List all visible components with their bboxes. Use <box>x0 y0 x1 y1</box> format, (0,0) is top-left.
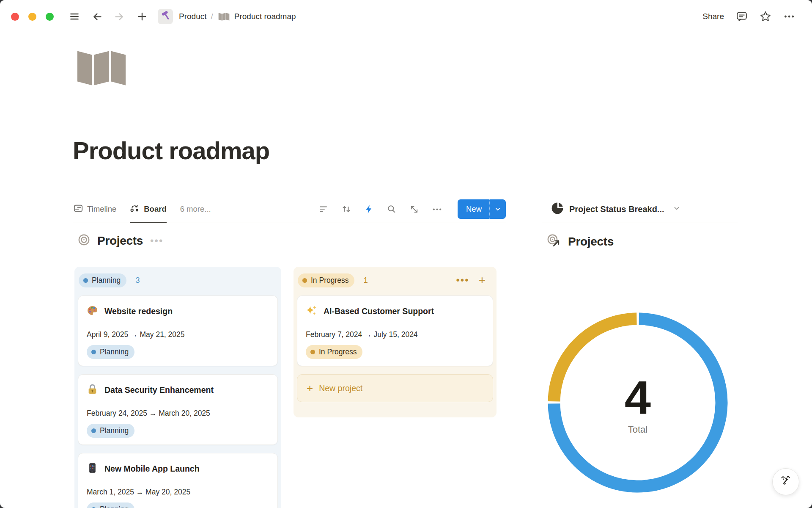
chevron-down-icon[interactable] <box>672 204 681 214</box>
comments-icon[interactable] <box>736 11 748 22</box>
sort-icon[interactable] <box>341 204 351 214</box>
palette-icon <box>87 305 98 318</box>
view-toolbar: New <box>318 195 506 223</box>
column-header: In Progress 1 ••• + <box>298 273 492 287</box>
notion-ai-button[interactable] <box>772 468 799 495</box>
plus-icon: + <box>307 384 313 392</box>
teamspace-badge[interactable] <box>158 9 173 24</box>
minimize-window-button[interactable] <box>28 13 36 21</box>
board-column-planning: Planning 3 Website redesign April 9, 202… <box>74 267 281 508</box>
card-title: New Mobile App Launch <box>104 464 200 474</box>
project-card-data-security[interactable]: Data Security Enhancement February 24, 2… <box>78 374 278 445</box>
linked-target-icon <box>547 234 561 249</box>
breadcrumb-page[interactable]: Product roadmap <box>234 12 296 21</box>
page-title: Product roadmap <box>73 136 269 165</box>
board-section-heading: Projects ••• <box>78 234 163 248</box>
card-status-pill: In Progress <box>306 345 362 359</box>
window-controls <box>11 13 54 21</box>
card-dates: February 24, 2025 → March 20, 2025 <box>87 409 269 418</box>
new-tab-plus-icon[interactable] <box>137 11 148 22</box>
view-options-more-icon[interactable] <box>432 204 442 215</box>
automation-bolt-icon[interactable] <box>364 204 374 214</box>
card-title: AI-Based Customer Support <box>324 306 434 316</box>
more-views-button[interactable]: 6 more... <box>180 204 211 214</box>
card-status-pill: Planning <box>87 424 134 438</box>
tab-board-label: Board <box>144 204 166 214</box>
card-title: Data Security Enhancement <box>104 385 214 395</box>
sparkles-icon <box>306 305 317 318</box>
viewbar-divider <box>73 223 506 223</box>
card-dates: March 1, 2025 → May 20, 2025 <box>87 488 269 497</box>
share-button[interactable]: Share <box>702 12 724 21</box>
card-dates: February 7, 2024 → July 15, 2024 <box>306 330 484 340</box>
status-pill-in-progress[interactable]: In Progress <box>298 273 354 287</box>
card-status-pill: Planning <box>87 345 134 359</box>
screen: Product / Product roadmap Share Product … <box>0 0 812 508</box>
forward-icon[interactable] <box>113 11 125 22</box>
column-add-icon[interactable]: + <box>479 276 486 284</box>
target-icon <box>78 234 90 248</box>
column-header: Planning 3 <box>79 273 277 287</box>
close-window-button[interactable] <box>11 13 19 21</box>
topbar: Product / Product roadmap Share <box>0 0 812 33</box>
sidebar-menu-icon[interactable] <box>69 11 80 22</box>
notion-window: Product / Product roadmap Share Product … <box>0 0 812 508</box>
project-status-donut-chart[interactable] <box>547 312 729 494</box>
view-bar: Timeline Board 6 more... <box>73 195 506 223</box>
status-dot <box>83 278 88 283</box>
search-icon[interactable] <box>387 204 397 214</box>
new-button-dropdown[interactable] <box>489 199 506 219</box>
column-count: 3 <box>135 276 140 285</box>
lock-icon <box>87 384 98 397</box>
new-project-button[interactable]: + New project <box>297 374 493 402</box>
mobile-phone-icon <box>87 462 98 475</box>
chart-section-heading: Projects <box>547 234 614 249</box>
project-card-ai-support[interactable]: AI-Based Customer Support February 7, 20… <box>297 295 493 366</box>
pie-chart-icon <box>551 202 564 216</box>
card-title: Website redesign <box>104 306 173 316</box>
column-count: 1 <box>363 276 368 285</box>
right-panel-header[interactable]: Project Status Breakd... <box>551 195 681 223</box>
more-icon[interactable] <box>783 11 795 22</box>
status-dot <box>302 278 307 283</box>
project-card-mobile-app[interactable]: New Mobile App Launch March 1, 2025 → Ma… <box>78 453 278 508</box>
page-icon-map[interactable] <box>76 49 127 89</box>
status-pill-planning[interactable]: Planning <box>79 273 126 287</box>
hammer-icon <box>160 11 170 22</box>
zoom-window-button[interactable] <box>46 13 54 21</box>
project-card-website-redesign[interactable]: Website redesign April 9, 2025 → May 21,… <box>78 295 278 366</box>
back-icon[interactable] <box>92 11 103 22</box>
right-panel-title: Project Status Breakd... <box>569 204 664 214</box>
card-dates: April 9, 2025 → May 21, 2025 <box>87 330 269 340</box>
board-section-title: Projects <box>97 234 143 248</box>
chart-section-title: Projects <box>568 235 614 248</box>
expand-icon[interactable] <box>409 204 419 214</box>
column-more-icon[interactable]: ••• <box>456 274 469 286</box>
breadcrumb-separator: / <box>211 12 213 21</box>
board-icon <box>130 203 140 215</box>
timeline-icon <box>73 203 83 215</box>
breadcrumb-teamspace[interactable]: Product <box>179 12 206 21</box>
tab-board[interactable]: Board <box>130 195 166 223</box>
filter-icon[interactable] <box>318 204 329 214</box>
chevron-down-icon <box>494 205 502 213</box>
new-button[interactable]: New <box>458 199 506 219</box>
map-icon <box>218 12 230 21</box>
section-more-icon[interactable]: ••• <box>150 239 163 243</box>
star-icon[interactable] <box>760 11 771 22</box>
new-button-label: New <box>458 199 489 219</box>
board-column-in-progress: In Progress 1 ••• + AI-Based Customer Su… <box>294 267 497 417</box>
tab-timeline[interactable]: Timeline <box>73 195 116 223</box>
card-status-pill: Planning <box>87 502 134 508</box>
tab-timeline-label: Timeline <box>87 204 116 214</box>
notion-ai-face-icon <box>778 473 793 490</box>
